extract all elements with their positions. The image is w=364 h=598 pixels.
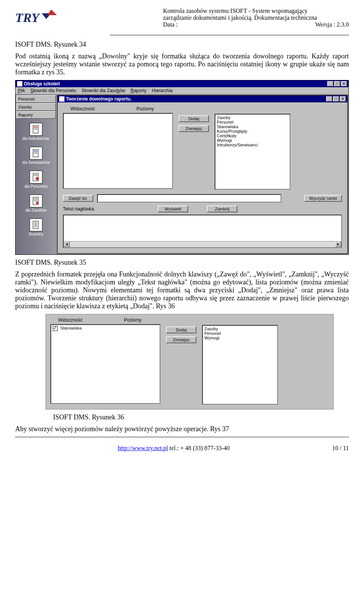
left-listbox-36[interactable]: Stanowiska <box>50 324 160 404</box>
svg-point-12 <box>36 177 39 180</box>
svg-rect-23 <box>34 227 37 227</box>
dodaj-button[interactable]: Dodaj <box>166 326 196 333</box>
menu-plik[interactable]: Plik <box>18 88 25 93</box>
right-listbox-36[interactable]: Zasoby Personel Wymogi <box>202 325 278 405</box>
inner-window-title: Tworzenie dowolnego raportu. <box>66 96 132 102</box>
svg-rect-14 <box>34 198 38 199</box>
zamknij-button[interactable]: Zamknij <box>207 206 237 212</box>
svg-rect-22 <box>34 226 37 226</box>
label-widocznosc: Widoczność <box>58 317 83 323</box>
wyczysc-button[interactable]: Wyczyść ramki <box>304 195 342 202</box>
minimize-button[interactable]: _ <box>326 96 332 102</box>
maximize-button[interactable]: □ <box>333 96 339 102</box>
sidebar-label: dla Serwisantów <box>16 160 56 165</box>
list-item[interactable]: Wymogi <box>204 336 276 340</box>
document-icon <box>30 195 42 207</box>
paragraph-3: Aby stworzyć więcej poziomów należy powt… <box>15 425 349 433</box>
svg-rect-20 <box>34 223 37 224</box>
caption-36: ISOFT DMS. Rysunek 36 <box>53 413 349 421</box>
header-line1: Kontrola zasobów systemu ISOFT - System … <box>163 8 349 14</box>
close-button[interactable]: × <box>341 81 347 86</box>
svg-rect-11 <box>34 176 38 176</box>
right-listbox[interactable]: Zasoby Personel Stanowiska Kursy/Przeglą… <box>215 114 290 190</box>
footer-link[interactable]: http://www.try.net.pl <box>118 445 168 451</box>
svg-rect-17 <box>36 202 38 204</box>
list-item[interactable]: Intruktorzy/Serwisanci <box>217 143 288 147</box>
app-icon <box>17 81 22 86</box>
tekst-naglowka-textarea[interactable]: ◄ ► <box>63 215 342 248</box>
list-item[interactable]: Stanowiska <box>217 124 288 129</box>
checkbox-icon[interactable] <box>53 326 58 331</box>
list-item[interactable]: Zasoby <box>204 326 276 331</box>
label-poziomy: Poziomy <box>124 317 141 323</box>
tab-zasoby[interactable]: Zasoby <box>16 103 56 111</box>
left-listbox[interactable] <box>63 113 173 189</box>
header-text: Kontrola zasobów systemu ISOFT - System … <box>68 8 349 28</box>
sidebar-item-zasobow[interactable]: dla Zasobów <box>16 191 56 215</box>
sidebar-label: dla Personelu <box>16 184 56 188</box>
svg-rect-7 <box>34 152 38 152</box>
list-icon <box>30 218 42 231</box>
list-item[interactable]: Zasoby <box>217 115 288 120</box>
sidebar-item-dowolny[interactable]: Dowolny <box>16 215 56 239</box>
sidebar-item-serwisantow[interactable]: dla Serwisantów <box>16 143 56 167</box>
sidebar-item-personelu[interactable]: dla Personelu <box>16 167 56 191</box>
figure-36: Widoczność Poziomy Stanowiska Dodaj Zmni… <box>46 314 334 410</box>
svg-rect-8 <box>34 153 38 154</box>
close-button[interactable]: × <box>340 96 346 102</box>
list-item[interactable]: Kursy/Przeglądy <box>217 129 288 133</box>
header-date-label: Data : <box>163 21 178 28</box>
header-version: Wersja : 2.3.0 <box>315 21 349 28</box>
window-obsluga-szkolen: Obsługa szkoleń _ □ × Plik Słowniki dla … <box>15 80 349 255</box>
menu-slowniki-zasobow[interactable]: Słowniki dla Zasobów <box>82 88 125 93</box>
list-item[interactable]: Personel <box>204 331 276 336</box>
horizontal-scrollbar[interactable]: ◄ ► <box>64 241 341 247</box>
menu-raporty[interactable]: Raporty <box>131 88 147 93</box>
document-lock-icon <box>30 171 42 184</box>
svg-rect-2 <box>34 127 38 127</box>
document-icon <box>30 123 42 136</box>
list-item-label: Stanowiska <box>60 326 82 330</box>
maximize-button[interactable]: □ <box>334 81 340 86</box>
page-header: TRY Kontrola zasobów systemu ISOFT - Sys… <box>15 8 349 30</box>
zawez-field[interactable] <box>97 194 281 202</box>
svg-rect-21 <box>34 224 37 225</box>
svg-rect-4 <box>34 129 38 130</box>
header-rule <box>110 35 349 35</box>
zawez-button[interactable]: Zawęź do: <box>63 195 93 202</box>
tab-personel[interactable]: Personel <box>16 95 56 103</box>
inner-window: Tworzenie dowolnego raportu. _ □ × Widoc… <box>57 95 348 254</box>
sidebar-label: dla Zasobów <box>16 208 56 212</box>
wyswietl-button[interactable]: Wyświetl <box>158 206 188 212</box>
zmniejsz-button[interactable]: Zmniejsz <box>166 336 196 343</box>
svg-rect-10 <box>34 174 38 175</box>
caption-34: ISOFT DMS. Rysunek 34 <box>15 41 349 49</box>
footer: http://www.try.net.pl tel.: + 48 (33) 87… <box>15 445 349 452</box>
label-poziomy: Poziomy <box>136 106 154 111</box>
list-item[interactable]: Wymogi <box>217 138 288 143</box>
menu-slowniki-personelu[interactable]: Słowniki dla Personelu <box>30 88 76 93</box>
list-item[interactable]: Certyfikaty <box>217 133 288 138</box>
outer-window-title: Obsługa szkoleń <box>24 81 60 86</box>
footer-tel: tel.: + 48 (33) 877-33-40 <box>169 445 230 451</box>
zmniejsz-button[interactable]: Zmniejsz <box>179 125 209 132</box>
list-item[interactable]: Personel <box>217 120 288 124</box>
menu-hierarchia[interactable]: Hierarchia <box>152 88 173 93</box>
inner-titlebar: Tworzenie dowolnego raportu. _ □ × <box>58 96 347 102</box>
tab-raporty[interactable]: Raporty <box>16 111 56 119</box>
minimize-button[interactable]: _ <box>327 81 333 86</box>
list-item[interactable]: Stanowiska <box>53 326 158 331</box>
sidebar-label: Dowolny <box>16 232 56 236</box>
label-tekst-naglowka: Tekst nagłówka <box>63 206 112 212</box>
paragraph-1: Pod ostatnią ikoną z nazwą „Dowolny" kry… <box>15 52 349 76</box>
scroll-left-icon[interactable]: ◄ <box>64 242 70 247</box>
caption-35: ISOFT DMS. Rysunek 35 <box>15 259 349 267</box>
svg-rect-19 <box>34 222 37 223</box>
sidebar-item-instruktorow[interactable]: dla Instruktorów. <box>16 119 56 143</box>
document-icon <box>30 147 42 160</box>
scroll-right-icon[interactable]: ► <box>335 242 341 247</box>
svg-rect-16 <box>34 201 38 201</box>
logo: TRY <box>15 8 61 30</box>
dodaj-button[interactable]: Dodaj <box>179 115 209 122</box>
svg-rect-3 <box>34 128 38 129</box>
